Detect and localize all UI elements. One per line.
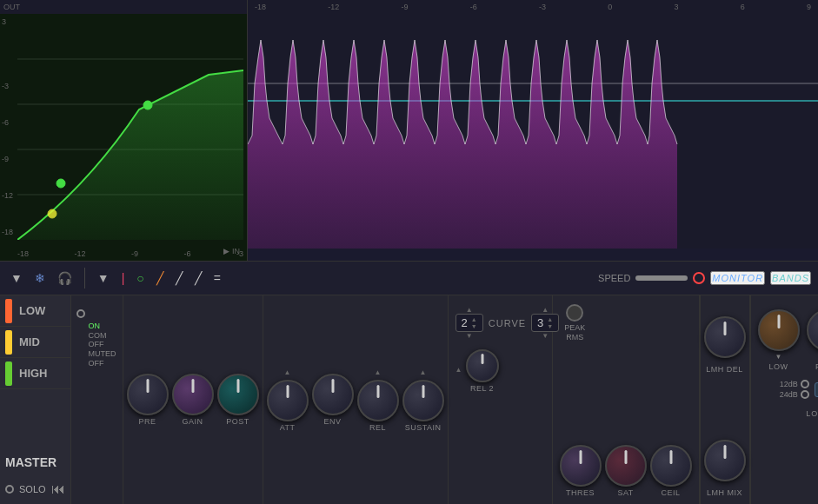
slash2-btn[interactable]: ╱ xyxy=(172,269,186,287)
wf-dropdown-btn[interactable]: ▼ xyxy=(94,269,113,287)
high-band-row[interactable]: HIGH xyxy=(0,358,70,389)
ceil-label: CEIL xyxy=(662,488,681,497)
ceil-knob[interactable] xyxy=(650,445,692,487)
db-label-m6: -6 xyxy=(2,118,13,127)
rel-knob[interactable] xyxy=(357,380,399,421)
circle-btn[interactable]: ○ xyxy=(133,269,147,287)
num2-spinner: ▲ 2 ▲ ▼ ▼ xyxy=(456,306,483,340)
rel-knob-group: ▲ REL xyxy=(357,368,399,432)
sat-label: SAT xyxy=(617,488,633,497)
24db-left-row: 24dB xyxy=(780,390,809,399)
db-label-m9: -9 xyxy=(2,155,13,163)
24db-left-radio[interactable] xyxy=(801,390,809,399)
on-label: ON xyxy=(89,322,117,330)
att-arrow: ▲ xyxy=(284,368,291,376)
master-label: MASTER xyxy=(5,455,65,469)
wf-axis-6: 6 xyxy=(741,3,745,11)
monitor-btn[interactable]: MONITOR xyxy=(710,271,765,285)
pre-label: PRE xyxy=(139,417,156,426)
low-arrow: ▼ xyxy=(775,353,782,361)
thres-sat-ceil-panel: THRES SAT CEIL xyxy=(553,295,700,504)
env-knob-group: ENV xyxy=(312,374,354,426)
env-knob[interactable] xyxy=(312,374,354,415)
compressor-graph[interactable]: OUT 3 -3 -6 -9 -12 -18 xyxy=(0,0,248,261)
rel-arrow: ▲ xyxy=(375,368,382,376)
speed-slider[interactable] xyxy=(635,275,688,281)
controls-bar: ▼ ❄ 🎧 ▼ | ○ ╱ ╱ ╱ = SPEED MONITOR BANDS xyxy=(0,261,818,295)
svg-point-4 xyxy=(57,179,65,188)
line-btn[interactable]: | xyxy=(118,269,129,287)
rel2-group: ▲ REL 2 xyxy=(456,349,545,393)
right-controls-panel: ▼ LOW ▼ FREQ ▼ HIGH 12dB xyxy=(750,295,818,504)
thres-knob[interactable] xyxy=(560,445,602,487)
wf-axis-m3: -3 xyxy=(539,3,546,11)
headphones-btn[interactable]: 🎧 xyxy=(54,269,76,287)
gain-knob[interactable] xyxy=(172,374,214,415)
bottom-axis-m6: -6 xyxy=(183,249,190,258)
num2-down-btn[interactable]: ▼ xyxy=(471,323,477,329)
att-knob-group: ▲ ATT xyxy=(267,368,309,432)
sat-knob-group: SAT xyxy=(605,445,647,497)
axis-label: OUT xyxy=(3,3,20,11)
db-label-m12: -12 xyxy=(2,191,13,200)
wf-axis-3: 3 xyxy=(674,3,678,11)
solo-row: SOLO ⏮ xyxy=(0,474,70,504)
thres-knob-group: THRES xyxy=(560,445,602,497)
pre-knob-group: PRE xyxy=(127,374,169,426)
status-labels: ON COM OFF MUTED OFF xyxy=(89,322,117,368)
lin-btn[interactable]: LIN xyxy=(815,382,818,397)
bands-btn[interactable]: BANDS xyxy=(770,271,811,285)
wf-axis-m9: -9 xyxy=(401,3,408,11)
solo-btn[interactable]: SOLO xyxy=(19,484,46,494)
lmh-mix-knob[interactable] xyxy=(704,440,746,481)
12db-left-radio[interactable] xyxy=(801,380,809,388)
high-band-indicator xyxy=(5,361,12,386)
pre-gain-post-panel: PRE GAIN POST xyxy=(123,295,263,504)
low-right-knob[interactable] xyxy=(758,309,800,351)
low-band-row[interactable]: LOW xyxy=(0,295,70,327)
att-knob[interactable] xyxy=(267,380,309,421)
rel-label: REL xyxy=(369,423,386,432)
bottom-axis-m9: -9 xyxy=(131,249,138,258)
freq-knob[interactable] xyxy=(807,309,818,351)
transport-prev[interactable]: ⏮ xyxy=(51,481,65,497)
num2-box[interactable]: 2 ▲ ▼ xyxy=(456,314,483,332)
mid-band-row[interactable]: MID xyxy=(0,327,70,358)
ceil-knob-group: CEIL xyxy=(650,445,692,497)
post-knob[interactable] xyxy=(217,374,259,415)
wf-axis-m6: -6 xyxy=(470,3,477,11)
snowflake-btn[interactable]: ❄ xyxy=(31,269,49,287)
lmh-del-label: LMH DEL xyxy=(706,365,743,374)
low-right-label: LOW xyxy=(769,362,788,371)
on-radio[interactable] xyxy=(76,309,85,318)
lmh-mix-label: LMH MIX xyxy=(707,488,742,497)
sustain-knob-group: ▲ SUSTAIN xyxy=(402,368,444,432)
waveform-svg xyxy=(248,14,818,249)
bottom-axis-m3: -3 xyxy=(236,249,243,258)
mid-band-indicator xyxy=(5,330,12,355)
wf-axis-m12: -12 xyxy=(328,3,339,11)
num2-val: 2 xyxy=(462,316,468,329)
sustain-arrow: ▲ xyxy=(420,368,427,376)
rel2-knob[interactable] xyxy=(466,349,499,382)
slash-btn[interactable]: ╱ xyxy=(153,269,167,287)
on-indicator-row xyxy=(76,309,117,318)
post-knob-group: POST xyxy=(217,374,259,426)
wf-axis-m18: -18 xyxy=(255,3,266,11)
bottom-axis-m18: -18 xyxy=(17,249,29,258)
dropdown-btn[interactable]: ▼ xyxy=(7,269,26,287)
sustain-knob[interactable] xyxy=(402,380,444,421)
equals-btn[interactable]: = xyxy=(210,269,224,287)
12db-left-row: 12dB xyxy=(780,380,809,388)
svg-point-6 xyxy=(48,209,57,218)
num3-val: 3 xyxy=(537,316,543,329)
pre-knob[interactable] xyxy=(127,374,169,415)
sat-knob[interactable] xyxy=(605,445,647,487)
rel2-label: REL 2 xyxy=(470,384,494,393)
lmh-del-knob[interactable] xyxy=(704,316,746,358)
slash3-btn[interactable]: ╱ xyxy=(191,269,205,287)
num2-up-btn[interactable]: ▲ xyxy=(471,316,477,322)
svg-point-5 xyxy=(143,101,152,109)
record-indicator xyxy=(693,272,705,284)
mid-band-label: MID xyxy=(19,335,40,348)
